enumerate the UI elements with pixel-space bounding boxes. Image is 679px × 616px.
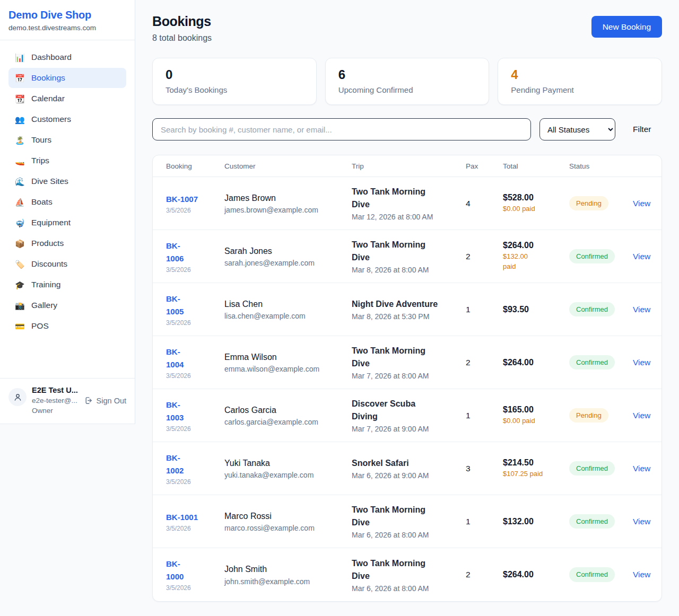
sidebar-item-calendar[interactable]: 📆 Calendar [8,89,126,109]
pax-count: 1 [466,517,503,526]
pax-count: 3 [466,464,503,473]
stat-label: Today's Bookings [166,85,303,94]
table-row: BK- 1004 3/5/2026 Emma Wilson emma.wilso… [153,336,661,389]
sidebar-user-section: E2E Test U... e2e-tester@... Owner Sign … [0,378,135,424]
view-link[interactable]: View [633,358,650,367]
booking-date: 3/5/2026 [166,425,224,433]
booking-link[interactable]: BK-1001 [166,511,198,524]
total-amount: $528.00 [503,193,569,203]
customer-email: emma.wilson@example.com [224,365,352,373]
table-row: BK- 1005 3/5/2026 Lisa Chen lisa.chen@ex… [153,283,661,336]
booking-date: 3/5/2026 [166,478,224,486]
column-header-pax: Pax [466,162,503,170]
sidebar-item-pos[interactable]: 💳 POS [8,316,126,336]
new-booking-button[interactable]: New Booking [591,16,662,38]
filter-button[interactable]: Filter [633,125,651,134]
main-content: Bookings 8 total bookings New Booking 0 … [135,0,679,602]
bookings-icon: 📅 [15,74,24,82]
filter-row: All Statuses Filter [152,118,662,140]
view-link[interactable]: View [633,199,650,208]
trip-name: Two Tank Morning Dive [352,345,466,370]
column-header-customer: Customer [224,162,352,170]
brand-name: Demo Dive Shop [8,9,126,21]
sidebar-item-equipment[interactable]: 🤿 Equipment [8,213,126,233]
customers-icon: 👥 [15,116,24,124]
view-link[interactable]: View [633,464,650,473]
view-link[interactable]: View [633,305,650,314]
customer-email: sarah.jones@example.com [224,259,352,267]
trip-datetime: Mar 8, 2026 at 8:00 AM [352,266,466,274]
table-row: BK- 1002 3/5/2026 Yuki Tanaka yuki.tanak… [153,442,661,495]
view-link[interactable]: View [633,411,650,420]
column-header-total: Total [503,162,569,170]
booking-date: 3/5/2026 [166,372,224,380]
sidebar: Demo Dive Shop demo.test.divestreams.com… [0,0,135,424]
pax-count: 2 [466,570,503,579]
brand: Demo Dive Shop demo.test.divestreams.com [0,0,135,40]
table-row: BK- 1006 3/5/2026 Sarah Jones sarah.jone… [153,230,661,283]
sidebar-item-dashboard[interactable]: 📊 Dashboard [8,47,126,67]
sidebar-item-products[interactable]: 📦 Products [8,233,126,253]
trip-name: Two Tank Morning Dive [352,239,466,264]
customer-name: Marco Rossi [224,511,352,522]
sign-out-label: Sign Out [97,397,126,405]
sidebar-item-customers[interactable]: 👥 Customers [8,109,126,129]
search-input[interactable] [152,118,531,140]
trip-name: Two Tank Morning Dive [352,504,466,529]
trip-datetime: Mar 7, 2026 at 8:00 AM [352,372,466,380]
column-header-status: Status [569,162,633,170]
status-select[interactable]: All Statuses [539,118,615,140]
sidebar-item-bookings[interactable]: 📅 Bookings [8,68,126,88]
booking-link[interactable]: BK-1007 [166,193,198,206]
stat-card-upcoming-confirmed: 6 Upcoming Confirmed [325,58,490,105]
view-link[interactable]: View [633,517,650,526]
trip-datetime: Mar 8, 2026 at 5:30 PM [352,312,466,321]
total-amount: $264.00 [503,570,569,579]
trips-icon: 🚤 [15,157,24,165]
status-badge: Pending [569,196,608,211]
stat-value: 4 [511,67,649,82]
trip-name: Discover Scuba Diving [352,398,466,423]
booking-link[interactable]: BK- 1006 [166,240,184,265]
stat-card-todays-bookings: 0 Today's Bookings [152,58,317,105]
customer-name: Yuki Tanaka [224,457,352,469]
trip-name: Two Tank Morning Dive [352,557,466,583]
booking-link[interactable]: BK- 1000 [166,558,184,583]
page-header: Bookings 8 total bookings New Booking [152,14,662,43]
total-amount: $264.00 [503,241,569,250]
status-badge: Confirmed [569,567,615,582]
gallery-icon: 📸 [15,302,24,310]
booking-link[interactable]: BK- 1005 [166,293,184,318]
stat-value: 6 [338,67,476,82]
booking-link[interactable]: BK- 1002 [166,452,184,477]
sidebar-item-boats[interactable]: ⛵ Boats [8,192,126,212]
view-link[interactable]: View [633,252,650,261]
sidebar-item-training[interactable]: 🎓 Training [8,275,126,295]
user-email: e2e-tester@... [32,396,78,406]
customer-name: Carlos Garcia [224,404,352,416]
boats-icon: ⛵ [15,198,24,206]
sidebar-item-dive-sites[interactable]: 🌊 Dive Sites [8,171,126,191]
customer-name: Emma Wilson [224,351,352,363]
sidebar-item-trips[interactable]: 🚤 Trips [8,151,126,171]
column-header-trip: Trip [352,162,466,170]
stat-card-pending-payment: 4 Pending Payment [498,58,662,105]
status-badge: Confirmed [569,355,615,370]
customer-email: carlos.garcia@example.com [224,418,352,426]
sign-out-button[interactable]: Sign Out [84,396,126,405]
sidebar-item-gallery[interactable]: 📸 Gallery [8,295,126,315]
status-badge: Pending [569,408,608,423]
booking-link[interactable]: BK- 1003 [166,399,184,424]
stat-value: 0 [166,67,303,82]
bookings-table: Booking Customer Trip Pax Total Status B… [152,155,662,602]
tours-icon: 🏝️ [15,136,24,144]
booking-link[interactable]: BK- 1004 [166,346,184,371]
dive-sites-icon: 🌊 [15,178,24,186]
pax-count: 2 [466,252,503,261]
sidebar-item-discounts[interactable]: 🏷️ Discounts [8,254,126,274]
sidebar-item-tours[interactable]: 🏝️ Tours [8,130,126,150]
total-amount: $93.50 [503,305,569,314]
status-badge: Confirmed [569,461,615,476]
view-link[interactable]: View [633,570,650,579]
user-meta: E2E Test U... e2e-tester@... Owner [32,385,78,416]
